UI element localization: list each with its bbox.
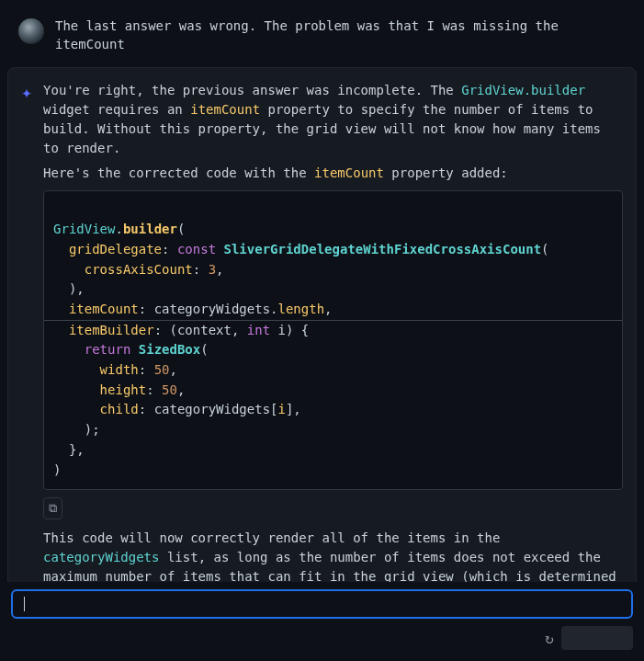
code-token: 50 <box>154 362 170 377</box>
code-token: : <box>162 242 177 256</box>
assistant-message: ✦ You're right, the previous answer was … <box>7 67 637 582</box>
history-icon[interactable]: ↻ <box>545 630 554 647</box>
send-button[interactable] <box>561 626 633 650</box>
code-token: : ( <box>154 323 177 337</box>
code-token: 50 <box>162 382 177 397</box>
code-token: itemCount <box>53 302 139 316</box>
code-token: GridView <box>53 222 115 236</box>
code-token: , <box>324 302 332 316</box>
copy-button[interactable]: ⧉ <box>43 497 62 519</box>
assistant-paragraph-1: You're right, the previous answer was in… <box>43 81 623 158</box>
code-token: , <box>216 262 223 277</box>
code-block: GridView.builder( gridDelegate: const Sl… <box>43 190 623 491</box>
inline-code: GridView.builder <box>461 83 585 97</box>
assistant-paragraph-2: Here's the corrected code with the itemC… <box>43 164 623 183</box>
code-token: ), <box>53 281 85 296</box>
code-token: ( <box>541 242 548 256</box>
code-token: SliverGridDelegateWithFixedCrossAxisCoun… <box>224 242 542 256</box>
code-token: i <box>278 402 286 416</box>
assistant-paragraph-3: This code will now correctly render all … <box>43 529 623 582</box>
code-token: builder <box>123 222 177 236</box>
inline-code: categoryWidgets <box>43 550 159 564</box>
text: Here's the corrected code with the <box>43 165 314 180</box>
code-token: int <box>247 323 270 337</box>
code-token: crossAxisCount <box>53 262 193 277</box>
code-token: gridDelegate <box>53 242 162 256</box>
code-token: categoryWidgets <box>154 302 270 316</box>
code-token: length <box>278 302 325 316</box>
code-token: ); <box>53 422 100 437</box>
code-token: : <box>139 302 154 316</box>
code-token: i) { <box>270 323 309 337</box>
text: widget requires an <box>43 102 190 117</box>
user-message-text: The last answer was wrong. The problem w… <box>55 17 626 54</box>
code-token: ( <box>200 342 208 357</box>
code-token <box>130 342 138 357</box>
code-token: ) <box>53 462 61 477</box>
inline-code: itemCount <box>314 165 384 180</box>
code-token: , <box>232 323 247 337</box>
message-list: The last answer was wrong. The problem w… <box>0 0 644 582</box>
input-area: ↻ <box>0 582 644 661</box>
code-token: ], <box>286 402 301 416</box>
sparkle-icon: ✦ <box>21 83 32 101</box>
code-token: }, <box>53 442 85 457</box>
code-token: : <box>139 362 154 377</box>
code-token: SizedBox <box>139 342 200 357</box>
code-token: . <box>270 302 277 316</box>
code-token: context <box>177 323 232 337</box>
code-token: 3 <box>209 262 216 277</box>
code-token: height <box>53 382 146 397</box>
text: property added: <box>384 165 508 180</box>
input-footer: ↻ <box>11 626 633 650</box>
code-token: , <box>177 382 185 397</box>
code-token: : <box>146 382 162 397</box>
code-token: : <box>193 262 209 277</box>
code-token: child <box>53 402 139 416</box>
user-message: The last answer was wrong. The problem w… <box>7 7 637 67</box>
code-token: . <box>115 222 122 236</box>
text: You're right, the previous answer was in… <box>43 83 461 97</box>
code-token: width <box>53 362 139 377</box>
code-token <box>216 242 223 256</box>
code-token <box>53 342 85 357</box>
assistant-body: You're right, the previous answer was in… <box>43 81 623 582</box>
code-token: const <box>177 242 216 256</box>
code-token: return <box>85 342 131 357</box>
code-token: [ <box>270 402 277 416</box>
code-token: : <box>139 402 154 416</box>
code-token: categoryWidgets <box>154 402 270 416</box>
user-avatar <box>18 18 44 44</box>
code-token: , <box>169 362 176 377</box>
text-caret <box>24 597 25 611</box>
code-token: ( <box>177 222 185 236</box>
code-token: itemBuilder <box>53 323 154 337</box>
copy-icon: ⧉ <box>49 501 57 515</box>
text: This code will now correctly render all … <box>43 530 500 545</box>
code-actions: ⧉ <box>43 497 623 519</box>
chat-input[interactable] <box>11 589 633 619</box>
inline-code: itemCount <box>190 102 260 117</box>
